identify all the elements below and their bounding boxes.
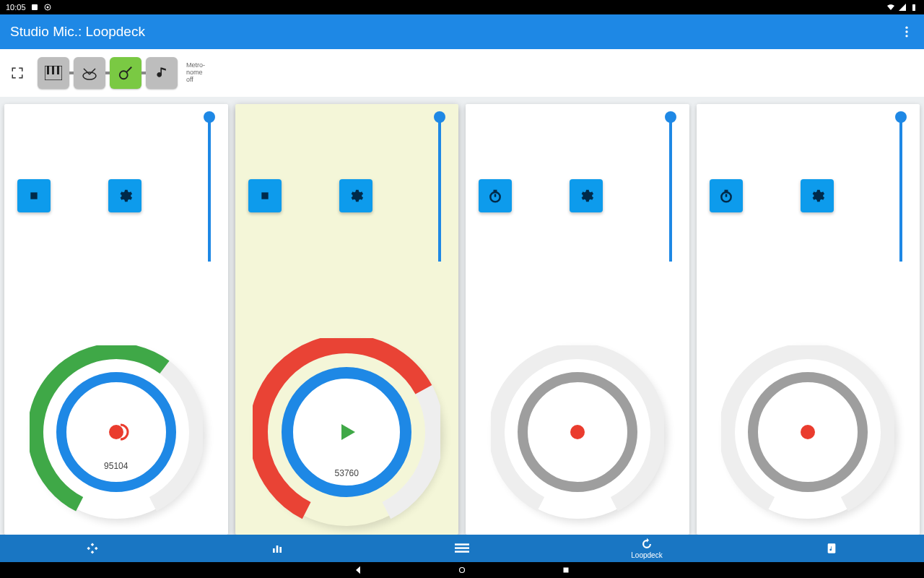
stop-button[interactable] <box>248 179 282 212</box>
android-status-bar: 10:05 <box>0 0 924 14</box>
svg-rect-21 <box>724 190 728 192</box>
metronome-label: Metro- nome off <box>186 62 205 84</box>
loop-counter: 53760 <box>253 468 440 478</box>
nav-lines[interactable] <box>370 535 554 562</box>
notif-icon <box>30 3 39 12</box>
nav-label: Loopdeck <box>631 551 662 559</box>
volume-thumb[interactable] <box>665 111 676 123</box>
timer-button[interactable] <box>479 179 512 212</box>
toolbar-guitar-button[interactable] <box>110 57 141 89</box>
volume-thumb[interactable] <box>895 111 907 123</box>
home-icon[interactable] <box>457 565 467 575</box>
android-nav-bar <box>0 562 924 578</box>
svg-point-5 <box>905 30 907 33</box>
loop-dial[interactable]: 95104 <box>30 345 203 519</box>
battery-icon <box>910 3 918 12</box>
svg-point-17 <box>490 192 500 202</box>
overflow-menu-icon[interactable] <box>899 25 914 39</box>
loop-dial[interactable] <box>721 345 894 519</box>
svg-rect-8 <box>47 66 49 74</box>
svg-rect-15 <box>261 192 268 199</box>
svg-point-6 <box>905 35 907 37</box>
stop-button[interactable] <box>17 179 51 212</box>
svg-rect-26 <box>455 543 469 545</box>
nav-bars[interactable] <box>185 535 370 562</box>
loop-dial[interactable]: 53760 <box>253 338 440 526</box>
svg-rect-27 <box>455 547 469 549</box>
svg-rect-3 <box>912 4 915 11</box>
svg-rect-31 <box>564 568 569 573</box>
svg-point-20 <box>721 192 731 202</box>
record-icon[interactable] <box>109 425 123 439</box>
loop-card-2: 53760 <box>235 104 459 535</box>
settings-button[interactable] <box>570 179 603 212</box>
wifi-icon <box>886 3 895 12</box>
volume-slider[interactable] <box>669 117 672 262</box>
settings-button[interactable] <box>339 179 372 212</box>
svg-rect-9 <box>52 66 54 74</box>
loop-counter: 95104 <box>30 461 203 471</box>
settings-button[interactable] <box>801 179 834 212</box>
loop-card-4 <box>697 104 920 535</box>
svg-rect-0 <box>32 4 38 10</box>
svg-point-4 <box>905 27 907 29</box>
svg-rect-10 <box>57 66 59 74</box>
svg-point-2 <box>46 7 48 9</box>
svg-rect-13 <box>30 192 37 199</box>
loop-card-1: 95104 <box>4 104 228 535</box>
nav-note[interactable] <box>739 535 924 562</box>
settings-button[interactable] <box>108 179 141 212</box>
nav-plus[interactable] <box>0 535 185 562</box>
record-icon[interactable] <box>570 425 585 439</box>
svg-rect-25 <box>279 547 282 553</box>
loop-card-3 <box>466 104 689 535</box>
nav-loop[interactable]: Loopdeck <box>554 535 739 562</box>
notif-icon <box>43 3 52 12</box>
loop-deck-area: 95104 53760 <box>0 97 924 535</box>
loop-dial[interactable] <box>491 345 664 519</box>
toolbar-note-button[interactable] <box>146 57 178 89</box>
svg-rect-23 <box>273 548 275 553</box>
app-title: Studio Mic.: Loopdeck <box>10 24 145 40</box>
back-icon[interactable] <box>353 565 363 575</box>
svg-rect-28 <box>455 551 469 553</box>
status-time: 10:05 <box>6 3 26 12</box>
svg-rect-24 <box>276 545 279 553</box>
fullscreen-button[interactable] <box>9 64 26 82</box>
toolbar-piano-button[interactable] <box>38 57 69 89</box>
toolbar-drums-button[interactable] <box>74 57 105 89</box>
volume-slider[interactable] <box>438 117 441 262</box>
volume-thumb[interactable] <box>434 111 445 123</box>
volume-slider[interactable] <box>899 117 902 262</box>
record-icon[interactable] <box>801 425 815 439</box>
signal-icon <box>898 3 907 12</box>
recents-icon[interactable] <box>561 565 571 575</box>
volume-thumb[interactable] <box>204 111 215 123</box>
svg-point-30 <box>460 568 465 573</box>
app-bar: Studio Mic.: Loopdeck <box>0 14 924 49</box>
timer-button[interactable] <box>710 179 743 212</box>
volume-slider[interactable] <box>208 117 211 262</box>
svg-rect-18 <box>494 190 497 192</box>
svg-point-11 <box>83 72 96 79</box>
instrument-toolbar: Metro- nome off <box>0 49 924 97</box>
bottom-nav: Loopdeck <box>0 535 924 562</box>
